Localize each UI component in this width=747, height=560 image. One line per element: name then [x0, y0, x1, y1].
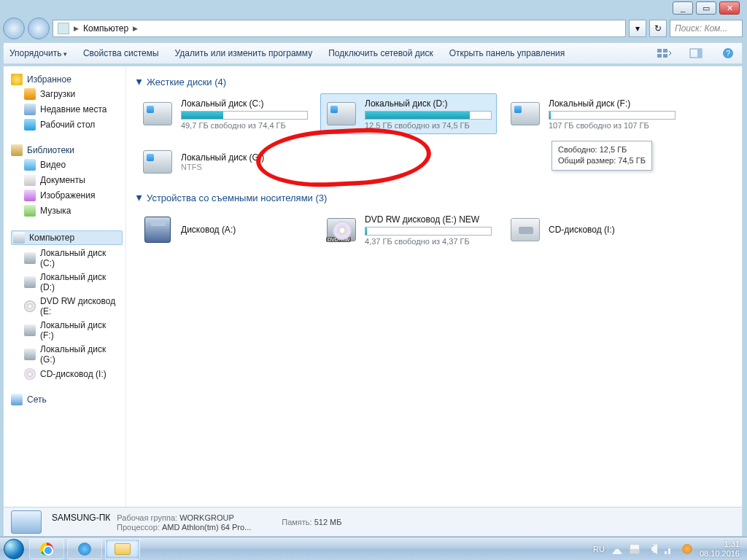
tray-app-icon[interactable]: [682, 544, 692, 554]
hdd-icon: [142, 99, 174, 128]
sidebar-item-downloads[interactable]: Загрузки: [11, 88, 123, 101]
hdd-icon: [24, 276, 36, 288]
group-title: Устройства со съемными носителями (3): [147, 192, 327, 203]
tooltip-line: Общий размер: 74,5 ГБ: [558, 155, 646, 166]
hdd-icon: [24, 252, 36, 264]
desktop-icon: [24, 119, 36, 131]
view-mode-button[interactable]: [656, 45, 672, 61]
drive-free-text: 12,5 ГБ свободно из 74,5 ГБ: [365, 121, 492, 130]
group-removable[interactable]: ▶Устройства со съемными носителями (3): [136, 192, 732, 203]
window-controls: _ ▭ ✕: [673, 1, 740, 15]
group-hard-disks[interactable]: ▶Жесткие диски (4): [136, 77, 732, 88]
breadcrumb[interactable]: ▶ Компьютер ▶: [53, 20, 626, 37]
sidebar-network-header[interactable]: Сеть: [11, 394, 123, 405]
sidebar-item-label: Недавние места: [40, 104, 107, 114]
hdd-icon: [24, 349, 36, 360]
sidebar-item-disk-d[interactable]: Локальный диск (D:): [11, 271, 123, 293]
close-button[interactable]: ✕: [719, 1, 740, 15]
sidebar-item-pictures[interactable]: Изображения: [11, 189, 123, 202]
sidebar-libraries-header[interactable]: Библиотеки: [11, 144, 123, 156]
network-tray-icon[interactable]: [665, 544, 675, 554]
maximize-button[interactable]: ▭: [696, 1, 716, 15]
clock-time: 1:31: [724, 540, 740, 548]
sidebar-item-label: Рабочий стол: [40, 120, 95, 130]
path-dropdown-button[interactable]: ▾: [629, 20, 646, 37]
nav-back-button[interactable]: [3, 18, 25, 39]
organize-menu[interactable]: Упорядочить: [9, 48, 67, 58]
libraries-icon: [11, 144, 23, 156]
sidebar-item-label: Локальный диск (G:): [40, 344, 121, 365]
volume-icon[interactable]: [647, 544, 657, 554]
sidebar-item-label: CD-дисковод (I:): [40, 369, 107, 379]
cd-icon: [24, 368, 36, 380]
help-button[interactable]: ?: [720, 45, 736, 61]
chevron-right-icon[interactable]: ▶: [133, 25, 138, 32]
workgroup-label: Рабочая группа:: [117, 513, 177, 522]
system-tray: RU 1:31 08.10.2016: [586, 540, 747, 557]
svg-rect-2: [657, 54, 662, 58]
hdd-icon: [24, 324, 36, 336]
sidebar-item-recent[interactable]: Недавние места: [11, 103, 123, 116]
taskbar-chrome[interactable]: [29, 539, 64, 559]
drive-a[interactable]: Дисковод (A:): [136, 209, 313, 250]
sidebar-item-disk-c[interactable]: Локальный диск (C:): [11, 247, 123, 269]
nav-forward-button[interactable]: [28, 18, 50, 39]
sidebar-item-video[interactable]: Видео: [11, 158, 123, 171]
drive-name: Локальный диск (C:): [181, 98, 308, 109]
control-panel-button[interactable]: Открыть панель управления: [449, 48, 565, 58]
computer-icon: [13, 232, 25, 244]
dvd-icon: DVD+RW: [325, 215, 357, 244]
music-icon: [24, 205, 36, 217]
sidebar-computer-label: Компьютер: [29, 233, 74, 243]
preview-pane-button[interactable]: [688, 45, 704, 61]
drive-c[interactable]: Локальный диск (C:) 49,7 ГБ свободно из …: [136, 93, 313, 134]
minimize-button[interactable]: _: [673, 1, 693, 15]
address-bar: ▶ Компьютер ▶ ▾ ↻ Поиск: Ком...: [3, 16, 743, 41]
map-network-drive-button[interactable]: Подключить сетевой диск: [328, 48, 433, 58]
tray-overflow-icon[interactable]: [612, 544, 622, 554]
sidebar-favorites-label: Избранное: [27, 74, 71, 85]
explorer-body: Избранное Загрузки Недавние места Рабочи…: [3, 66, 743, 508]
action-center-icon[interactable]: [630, 544, 640, 554]
system-properties-button[interactable]: Свойства системы: [83, 48, 159, 58]
disclosure-triangle-icon: ▶: [136, 79, 144, 85]
sidebar-item-music[interactable]: Музыка: [11, 204, 123, 217]
clock[interactable]: 1:31 08.10.2016: [700, 540, 740, 557]
sidebar-computer-header[interactable]: Компьютер: [11, 230, 123, 245]
sidebar-item-cd-i[interactable]: CD-дисковод (I:): [11, 368, 123, 381]
language-indicator[interactable]: RU: [593, 545, 605, 553]
computer-icon: [58, 23, 69, 34]
globe-icon: [78, 542, 91, 556]
drive-name: Локальный диск (F:): [549, 98, 676, 109]
search-input[interactable]: Поиск: Ком...: [670, 20, 743, 37]
refresh-button[interactable]: ↻: [649, 20, 667, 37]
drive-g[interactable]: Локальный диск (G:) NTFS: [136, 141, 313, 182]
sidebar-item-disk-g[interactable]: Локальный диск (G:): [11, 343, 123, 365]
sidebar-favorites-header[interactable]: Избранное: [11, 74, 123, 85]
tooltip-line: Свободно: 12,5 ГБ: [558, 144, 646, 155]
folder-icon: [115, 543, 131, 555]
drive-f[interactable]: Локальный диск (F:) 107 ГБ свободно из 1…: [504, 93, 681, 134]
sidebar-item-disk-f[interactable]: Локальный диск (F:): [11, 319, 123, 341]
breadcrumb-root[interactable]: Компьютер: [83, 23, 128, 34]
drive-d[interactable]: Локальный диск (D:) 12,5 ГБ свободно из …: [320, 93, 497, 134]
drive-e[interactable]: DVD+RW DVD RW дисковод (E:) NEW 4,37 ГБ …: [320, 209, 497, 250]
taskbar-browser[interactable]: [67, 539, 102, 559]
sidebar-item-desktop[interactable]: Рабочий стол: [11, 118, 123, 131]
drive-name: DVD RW дисковод (E:) NEW: [365, 214, 492, 225]
sidebar-item-dvd-e[interactable]: DVD RW дисковод (E:: [11, 295, 123, 317]
sidebar-item-documents[interactable]: Документы: [11, 174, 123, 187]
uninstall-program-button[interactable]: Удалить или изменить программу: [175, 48, 313, 58]
clock-date: 08.10.2016: [700, 549, 740, 558]
sidebar-item-label: DVD RW дисковод (E:: [40, 296, 121, 316]
drive-filesystem: NTFS: [181, 163, 308, 171]
taskbar-explorer[interactable]: [105, 539, 140, 559]
documents-icon: [24, 174, 36, 186]
floppy-icon: [142, 215, 174, 244]
svg-text:?: ?: [726, 49, 730, 58]
sidebar-item-label: Изображения: [40, 190, 95, 201]
sidebar: Избранное Загрузки Недавние места Рабочи…: [4, 66, 126, 507]
drive-i[interactable]: CD-дисковод (I:): [504, 209, 681, 250]
start-button[interactable]: [0, 538, 28, 560]
computer-large-icon: [11, 510, 42, 534]
